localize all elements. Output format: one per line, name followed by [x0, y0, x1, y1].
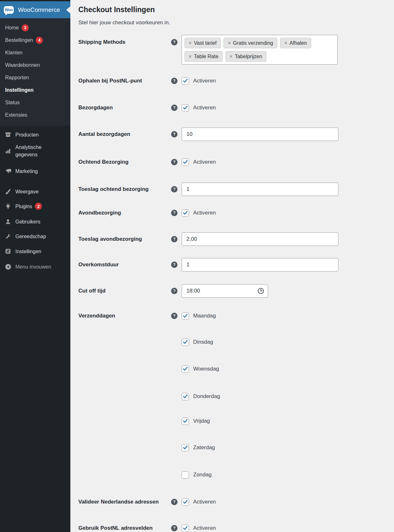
toeslag-avond-input[interactable]: [182, 232, 338, 246]
field-label: Ochtend Bezorging: [78, 158, 171, 166]
postnl-adresvelden-checkbox[interactable]: [182, 525, 189, 532]
remove-tag-icon[interactable]: ×: [189, 54, 192, 59]
sidebar-item-analytische-gegevens[interactable]: Analytische gegevens: [0, 142, 70, 160]
clock-icon[interactable]: [257, 287, 264, 295]
woocommerce-header-title: WooCommerce: [18, 6, 60, 13]
collapse-menu-button[interactable]: Menu invouwen: [0, 260, 70, 274]
help-icon[interactable]: ?: [171, 525, 177, 531]
tag-tabelprijzen[interactable]: ×Tabelprijzen: [225, 51, 266, 62]
ochtend-bezorging-checkbox[interactable]: [182, 159, 189, 166]
woocommerce-header[interactable]: Woo WooCommerce: [0, 1, 70, 18]
help-icon[interactable]: ?: [171, 210, 177, 216]
field-label: Overkomstduur: [78, 261, 171, 269]
day-row-zondag: Zondag: [182, 471, 394, 479]
wrench-icon: [4, 233, 12, 240]
help-icon[interactable]: ?: [171, 131, 177, 137]
products-box-icon: [4, 131, 12, 138]
tag-table-rate[interactable]: ×Table Rate: [185, 51, 223, 62]
help-icon[interactable]: ?: [171, 236, 177, 242]
remove-tag-icon[interactable]: ×: [230, 54, 232, 59]
aantal-bezorgdagen-input[interactable]: [182, 128, 338, 141]
field-label: Toeslag ochtend bezorging: [78, 185, 171, 193]
day-label: Zaterdag: [193, 444, 215, 451]
help-icon[interactable]: ?: [171, 159, 177, 165]
shipping-days-group: Maandag Dinsdag Woensdag Donderdag Vrijd…: [182, 312, 394, 479]
help-icon[interactable]: ?: [171, 78, 177, 84]
woocommerce-submenu: Home 3 Bestellingen 4 Klanten Waardebonn…: [0, 18, 70, 126]
toeslag-ochtend-input[interactable]: [182, 183, 338, 196]
home-count-badge: 3: [22, 24, 29, 31]
donderdag-checkbox[interactable]: [182, 393, 189, 400]
sidebar-item-rapporten[interactable]: Rapporten: [0, 71, 70, 84]
checkbox-label: Activeren: [193, 159, 216, 165]
sidebar-item-waardebonnen[interactable]: Waardebonnen: [0, 59, 70, 71]
sidebar-item-gebruikers[interactable]: Gebruikers: [0, 215, 70, 229]
sidebar-item-plugins[interactable]: Plugins 2: [0, 199, 70, 213]
admin-sidebar: Woo WooCommerce Home 3 Bestellingen 4 Kl…: [0, 0, 70, 532]
sidebar-item-extensies[interactable]: Extensies: [0, 109, 70, 121]
help-icon[interactable]: ?: [171, 499, 177, 505]
sidebar-item-home[interactable]: Home 3: [0, 21, 70, 34]
tag-vast-tarief[interactable]: ×Vast tarief: [185, 38, 221, 48]
sidebar-item-instellingen-active[interactable]: Instellingen: [0, 84, 70, 96]
field-label: Aantal bezorgdagen: [78, 130, 171, 138]
row-toeslag-avond: Toeslag avondbezorging ?: [78, 232, 394, 246]
checkbox-label: Activeren: [193, 78, 216, 84]
sidebar-item-marketing[interactable]: Marketing: [0, 164, 70, 178]
app-window: Woo WooCommerce Home 3 Bestellingen 4 Kl…: [0, 0, 394, 532]
zaterdag-checkbox[interactable]: [182, 444, 189, 451]
tag-gratis-verzending[interactable]: ×Gratis verzending: [224, 38, 277, 48]
sidebar-item-weergave[interactable]: Weergave: [0, 184, 70, 199]
help-icon[interactable]: ?: [171, 313, 177, 319]
row-verzenddagen: Verzenddagen ? Maandag Dinsdag Woensdag: [78, 312, 394, 479]
help-icon[interactable]: ?: [171, 288, 177, 294]
page-title: Checkout Instellingen: [78, 5, 394, 14]
sidebar-item-instellingen[interactable]: Instellingen: [0, 244, 70, 258]
day-label: Vrijdag: [193, 418, 210, 424]
row-cutoff-tijd: Cut off tijd ?: [78, 284, 394, 298]
row-ophalen-postnl: Ophalen bij PostNL-punt ? Activeren: [78, 77, 394, 85]
sidebar-item-producten[interactable]: Producten: [0, 128, 70, 142]
day-label: Woensdag: [193, 366, 219, 372]
zondag-checkbox[interactable]: [182, 471, 189, 479]
dinsdag-checkbox[interactable]: [182, 339, 189, 346]
bar-chart-icon: [4, 147, 12, 154]
help-icon[interactable]: ?: [171, 262, 177, 268]
field-label: Ophalen bij PostNL-punt: [78, 77, 171, 85]
day-label: Zondag: [193, 472, 212, 478]
day-row-maandag: Maandag: [182, 312, 394, 320]
remove-tag-icon[interactable]: ×: [228, 40, 231, 46]
maandag-checkbox[interactable]: [182, 312, 189, 320]
woensdag-checkbox[interactable]: [182, 365, 189, 373]
row-ochtend-bezorging: Ochtend Bezorging ? Activeren: [78, 158, 394, 166]
orders-count-badge: 4: [36, 37, 43, 44]
remove-tag-icon[interactable]: ×: [284, 40, 287, 46]
day-label: Donderdag: [193, 393, 220, 400]
tag-afhalen[interactable]: ×Afhalen: [280, 38, 311, 48]
pickup-postnl-checkbox[interactable]: [182, 77, 189, 85]
valideer-adressen-checkbox[interactable]: [182, 498, 189, 506]
row-aantal-bezorgdagen: Aantal bezorgdagen ?: [78, 128, 394, 141]
shipping-methods-multiselect[interactable]: ×Vast tarief ×Gratis verzending ×Afhalen…: [182, 35, 338, 65]
help-icon[interactable]: ?: [171, 39, 177, 45]
day-row-woensdag: Woensdag: [182, 365, 394, 373]
avondbezorging-checkbox[interactable]: [182, 209, 189, 217]
sidebar-item-gereedschap[interactable]: Gereedschap: [0, 229, 70, 243]
cutoff-time-input[interactable]: [182, 284, 268, 298]
sidebar-item-status[interactable]: Status: [0, 96, 70, 109]
bezorgdagen-checkbox[interactable]: [182, 104, 189, 112]
help-icon[interactable]: ?: [171, 186, 177, 192]
field-label: Avondbezorging: [78, 209, 171, 217]
remove-tag-icon[interactable]: ×: [189, 40, 192, 46]
overkomstduur-input[interactable]: [182, 258, 338, 271]
woo-logo-text: Woo: [5, 8, 12, 12]
row-overkomstduur: Overkomstduur ?: [78, 258, 394, 271]
field-label: Gebruik PostNL adresvelden: [78, 524, 171, 532]
help-icon[interactable]: ?: [171, 105, 177, 111]
vrijdag-checkbox[interactable]: [182, 418, 189, 425]
day-row-dinsdag: Dinsdag: [182, 338, 394, 346]
paintbrush-icon: [4, 188, 12, 195]
sidebar-item-klanten[interactable]: Klanten: [0, 46, 70, 59]
sidebar-item-bestellingen[interactable]: Bestellingen 4: [0, 34, 70, 46]
collapse-arrow-icon: [4, 263, 12, 270]
